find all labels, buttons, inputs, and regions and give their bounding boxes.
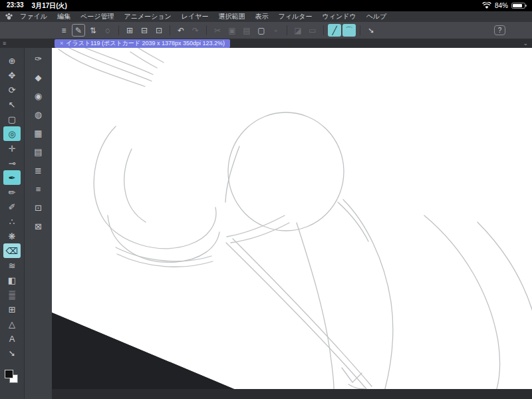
- main-toolbar: ≡✎⇅◌⊞⊟⊡↶↷✂▣▤▢▫◪▭╱⌒➘?: [0, 22, 532, 39]
- collapse-chevron-icon[interactable]: ⌄: [523, 40, 528, 47]
- menu-item[interactable]: ページ管理: [80, 12, 114, 21]
- menu-bar: ファイル編集ページ管理アニメーションレイヤー選択範囲表示フィルターウィンドウヘル…: [0, 11, 532, 22]
- menu-item[interactable]: フィルター: [279, 12, 313, 21]
- open-file-button[interactable]: ⊟: [138, 24, 151, 37]
- brush-size-stepper[interactable]: ⇅: [86, 24, 100, 37]
- eraser-tool[interactable]: ⌫: [3, 243, 21, 258]
- subtool-layer-list[interactable]: ≣: [30, 164, 47, 177]
- separator: [287, 25, 287, 35]
- main-menu-button[interactable]: ≡: [57, 24, 70, 37]
- text-tool[interactable]: A: [3, 331, 21, 346]
- zoom-tool[interactable]: ⊕: [3, 53, 21, 68]
- tool-property-button[interactable]: ✎: [72, 24, 85, 37]
- separator: [118, 25, 119, 35]
- figure-tool[interactable]: △: [3, 317, 21, 331]
- color-swatches: [5, 370, 19, 384]
- menu-item[interactable]: ファイル: [20, 12, 47, 21]
- redo-button[interactable]: ↷: [189, 24, 202, 37]
- menu-item[interactable]: 表示: [255, 12, 269, 21]
- subtool-pen-settings[interactable]: ✑: [30, 52, 47, 65]
- operation-tool[interactable]: ↖: [3, 97, 21, 112]
- canvas-area[interactable]: [52, 48, 532, 399]
- cut-button[interactable]: ✂: [211, 24, 224, 37]
- auto-select-tool[interactable]: ◎: [3, 126, 21, 141]
- main-color-swatch[interactable]: [5, 370, 13, 378]
- app-screen: 23:33 3月17日(火) 84% ファイル編集ページ管理アニメーションレイヤ…: [0, 0, 532, 399]
- blend-tool[interactable]: ≋: [3, 258, 21, 273]
- wifi-icon: [482, 2, 491, 9]
- menu-item[interactable]: ヘルプ: [366, 12, 387, 21]
- menu-item[interactable]: 選択範囲: [219, 12, 245, 21]
- subtool-layer-property[interactable]: ≡: [30, 182, 47, 196]
- pencil-tool[interactable]: ✏: [3, 185, 21, 200]
- sub-tool-palette: ✑◆◉◍▦▤≣≡⊡⊠: [24, 48, 52, 399]
- separator: [360, 25, 360, 35]
- hand-tool[interactable]: ✥: [3, 68, 21, 82]
- paste-button[interactable]: ▤: [240, 24, 253, 37]
- subtool-favorites-2[interactable]: ⊠: [30, 219, 47, 233]
- decoration-tool[interactable]: ❋: [3, 229, 21, 243]
- menu-item[interactable]: 編集: [57, 12, 70, 21]
- help-button[interactable]: ?: [494, 25, 505, 35]
- snap-to-special-ruler-button[interactable]: ⌒: [342, 24, 356, 37]
- selection-border-button[interactable]: ▭: [306, 24, 319, 37]
- canvas-tab[interactable]: × イラスト119 (ポストカード 2039 x 1378px 350dpi 1…: [55, 39, 230, 48]
- airbrush-tool[interactable]: ∴: [3, 214, 21, 229]
- deselect-button[interactable]: ▫: [269, 24, 283, 37]
- separator: [323, 25, 324, 35]
- gradient-tool[interactable]: ▒: [3, 287, 21, 302]
- eyedropper-tool[interactable]: ⊸: [3, 156, 21, 170]
- subtool-film[interactable]: ▤: [30, 145, 47, 158]
- subtool-opacity[interactable]: ◉: [30, 89, 47, 102]
- tab-title: イラスト119 (ポストカード 2039 x 1378px 350dpi 123…: [66, 39, 225, 48]
- menu-list: ファイル編集ページ管理アニメーションレイヤー選択範囲表示フィルターウィンドウヘル…: [20, 12, 386, 21]
- battery-percent: 84%: [495, 2, 508, 9]
- save-file-button[interactable]: ⊡: [152, 24, 166, 37]
- clock: 23:33: [7, 1, 24, 11]
- pen-tool[interactable]: ✒: [3, 170, 21, 185]
- separator: [206, 25, 207, 35]
- canvas-tab-bar: ≡ × イラスト119 (ポストカード 2039 x 1378px 350dpi…: [0, 39, 532, 48]
- tool-rail-menu-icon[interactable]: ≡: [3, 40, 9, 47]
- rotate-tool[interactable]: ⟳: [3, 82, 21, 97]
- subtool-tone[interactable]: ◍: [30, 108, 47, 121]
- subtool-screen[interactable]: ▦: [30, 126, 47, 140]
- separator: [170, 25, 170, 35]
- tab-close-icon[interactable]: ×: [60, 40, 63, 47]
- menu-item[interactable]: アニメーション: [124, 12, 171, 21]
- undo-button[interactable]: ↶: [174, 24, 188, 37]
- vector-line-correct-button[interactable]: ➘: [364, 24, 378, 37]
- selection-tool[interactable]: ▢: [3, 112, 21, 126]
- fill-tool[interactable]: ◧: [3, 273, 21, 287]
- copy-button[interactable]: ▣: [225, 24, 239, 37]
- date: 3月17日(火): [32, 1, 67, 11]
- ios-status-bar: 23:33 3月17日(火) 84%: [0, 0, 532, 11]
- menu-item[interactable]: ウィンドウ: [322, 12, 356, 21]
- invert-selection-button[interactable]: ◪: [291, 24, 305, 37]
- line-correct-tool[interactable]: ➘: [3, 346, 21, 360]
- layer-move-tool[interactable]: ✛: [3, 141, 21, 156]
- selection-button[interactable]: ▢: [255, 24, 268, 37]
- stabilization-button[interactable]: ◌: [101, 24, 114, 37]
- snap-to-ruler-button[interactable]: ╱: [328, 24, 341, 37]
- new-file-button[interactable]: ⊞: [123, 24, 136, 37]
- subtool-ink[interactable]: ◆: [30, 70, 47, 84]
- menu-item[interactable]: レイヤー: [182, 12, 209, 21]
- brush-tool[interactable]: ✐: [3, 200, 21, 214]
- app-logo-icon[interactable]: [5, 13, 13, 21]
- frame-border-tool[interactable]: ⊞: [3, 302, 21, 317]
- subtool-favorites-1[interactable]: ⊡: [30, 201, 47, 214]
- main-area: ⊕✥⟳↖▢◎✛⊸✒✏✐∴❋⌫≋◧▒⊞△A➘ ✑◆◉◍▦▤≣≡⊡⊠: [0, 48, 532, 399]
- battery-icon: [511, 3, 525, 9]
- tool-palette: ⊕✥⟳↖▢◎✛⊸✒✏✐∴❋⌫≋◧▒⊞△A➘: [0, 48, 24, 399]
